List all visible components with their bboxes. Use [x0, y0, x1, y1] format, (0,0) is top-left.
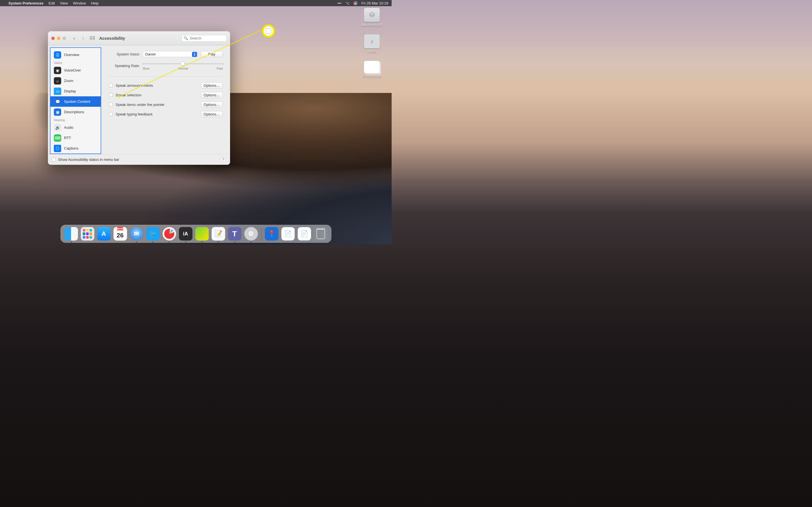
dock-appstore[interactable]: A — [97, 227, 110, 240]
descriptions-icon: ▣ — [54, 108, 61, 116]
speak-selection-checkbox[interactable] — [109, 93, 113, 97]
show-all-button[interactable]: ⠿⠿ — [89, 35, 95, 41]
chevron-updown-icon: ▴▾ — [192, 52, 197, 57]
sidebar-item-label: Spoken Content — [64, 100, 90, 104]
system-preferences-window: ‹ › ⠿⠿ Accessibility 🔍 ☰ Overview Vision… — [48, 31, 230, 165]
overview-icon: ☰ — [54, 51, 61, 59]
sidebar-item-spoken-content[interactable]: 💬 Spoken Content — [50, 96, 101, 107]
speak-announcements-row: Speak announcements Options… — [109, 82, 223, 89]
dock-calendar[interactable]: MAR 26 — [113, 227, 127, 240]
speak-pointer-label: Speak items under the pointer — [116, 103, 198, 107]
zoom-button[interactable] — [63, 37, 66, 40]
sidebar-item-label: Audio — [64, 125, 73, 129]
sidebar-item-zoom[interactable]: ⌕ Zoom — [50, 75, 101, 86]
slider-label-slow: Slow — [143, 67, 149, 70]
compass-icon — [164, 229, 174, 239]
sidebar-item-label: VoiceOver — [64, 68, 81, 72]
dock-recent-doc-1[interactable]: 📄 — [281, 227, 295, 240]
forward-button[interactable]: › — [80, 35, 86, 41]
dock-finder[interactable] — [64, 227, 78, 240]
dock-teams[interactable]: T — [228, 227, 241, 240]
dock-safari[interactable] — [162, 227, 176, 240]
sidebar-item-label: Captions — [64, 146, 79, 151]
back-button[interactable]: ‹ — [71, 35, 77, 41]
menu-help[interactable]: Help — [91, 1, 99, 5]
spoken-content-icon: 💬 — [54, 98, 61, 105]
search-input[interactable] — [190, 36, 230, 40]
speaking-rate-label: Speaking Rate: — [109, 64, 140, 68]
app-menu[interactable]: System Preferences — [8, 1, 43, 5]
control-center-icon[interactable]: ⌥ — [345, 1, 350, 5]
desktop-icon-screenshots[interactable]: Screenshots — [358, 61, 386, 78]
dock-trash[interactable] — [314, 227, 327, 240]
speak-announcements-checkbox[interactable] — [109, 83, 113, 87]
spoken-content-pane: System Voice: Daniel ▴▾ Play Speaking Ra… — [103, 45, 230, 154]
menubar: System Preferences Edit View Window Help… — [0, 0, 392, 6]
search-field[interactable]: 🔍 — [182, 35, 227, 42]
help-button[interactable]: ? — [220, 157, 226, 163]
dock: A MAR 26 ✉ 🐦 iA 📝 T ⚙ 📍 📄 📄 — [60, 225, 331, 243]
voiceover-icon: ◉ — [54, 67, 61, 74]
dock-app-green[interactable] — [195, 227, 209, 240]
show-status-checkbox[interactable] — [52, 158, 56, 162]
sidebar-item-label: RTT — [64, 136, 71, 140]
speak-pointer-row: Speak items under the pointer Options… — [109, 101, 223, 108]
zoom-icon: ⌕ — [54, 77, 61, 84]
desktop-icon-label: Screenshots — [356, 74, 388, 78]
accessibility-sidebar[interactable]: ☰ Overview Vision ◉ VoiceOver ⌕ Zoom ▭ D… — [50, 47, 101, 154]
window-title: Accessibility — [99, 36, 125, 41]
desktop-icon-label: Macintosh HD — [356, 23, 388, 27]
menu-edit[interactable]: Edit — [49, 1, 55, 5]
menu-view[interactable]: View — [60, 1, 68, 5]
dock-separator — [261, 228, 261, 240]
menu-window[interactable]: Window — [73, 1, 86, 5]
speak-pointer-checkbox[interactable] — [109, 103, 113, 107]
captions-icon: ☐ — [54, 145, 61, 152]
slider-thumb[interactable] — [181, 61, 185, 66]
slider-label-fast: Fast — [217, 67, 223, 70]
dock-recent-doc-2[interactable]: 📄 — [297, 227, 311, 240]
desktop-icon-macintosh-hd[interactable]: ⛁ Macintosh HD — [358, 8, 386, 27]
hard-drive-icon: ⛁ — [364, 8, 380, 22]
speak-typing-label: Speak typing feedback — [116, 112, 198, 116]
speak-typing-options-button[interactable]: Options… — [201, 111, 223, 117]
speaking-rate-slider[interactable] — [143, 61, 223, 66]
overflow-icon[interactable]: ••• — [338, 1, 342, 5]
dock-textedit[interactable]: 📝 — [211, 227, 225, 240]
dock-calendar-day: 26 — [117, 230, 123, 240]
speak-announcements-options-button[interactable]: Options… — [201, 82, 223, 89]
dock-app-xcode[interactable]: 📍 — [265, 227, 278, 240]
sidebar-item-voiceover[interactable]: ◉ VoiceOver — [50, 65, 101, 75]
speak-announcements-label: Speak announcements — [116, 83, 198, 88]
speak-selection-options-button[interactable]: Options… — [201, 92, 223, 98]
sidebar-item-captions[interactable]: ☐ Captions — [50, 143, 101, 154]
window-toolbar: ‹ › ⠿⠿ Accessibility 🔍 — [48, 31, 230, 45]
speak-typing-row: Speak typing feedback Options… — [109, 111, 223, 117]
close-button[interactable] — [51, 37, 55, 40]
sidebar-item-display[interactable]: ▭ Display — [50, 86, 101, 96]
desktop-icon-music[interactable]: ♪ Music — [358, 34, 386, 54]
sidebar-item-label: Display — [64, 89, 76, 93]
speak-pointer-options-button[interactable]: Options… — [201, 101, 223, 108]
window-controls — [51, 37, 66, 40]
speak-typing-checkbox[interactable] — [109, 112, 113, 116]
sidebar-item-rtt[interactable]: ⌨ RTT — [50, 133, 101, 143]
screenshots-folder-icon — [364, 61, 380, 73]
system-voice-label: System Voice: — [109, 52, 140, 56]
dock-ia-writer[interactable]: iA — [179, 227, 192, 240]
siri-icon[interactable] — [354, 1, 357, 5]
dock-thunderbird[interactable]: ✉ — [130, 227, 143, 240]
sidebar-group-hearing: Hearing — [50, 117, 101, 122]
desktop-icon-label: Music — [356, 50, 388, 54]
sidebar-item-overview[interactable]: ☰ Overview — [50, 50, 101, 60]
rtt-icon: ⌨ — [54, 134, 61, 142]
sidebar-group-vision: Vision — [50, 60, 101, 65]
dock-system-preferences[interactable]: ⚙ — [244, 227, 258, 240]
menubar-datetime[interactable]: Fri 26 Mar 10:19 — [361, 1, 388, 5]
system-voice-select[interactable]: Daniel ▴▾ — [143, 51, 198, 57]
sidebar-item-descriptions[interactable]: ▣ Descriptions — [50, 107, 101, 117]
dock-launchpad[interactable] — [81, 227, 94, 240]
sidebar-item-audio[interactable]: 🔊 Audio — [50, 122, 101, 133]
minimize-button[interactable] — [57, 37, 60, 40]
dock-tweetbot[interactable]: 🐦 — [146, 227, 160, 240]
